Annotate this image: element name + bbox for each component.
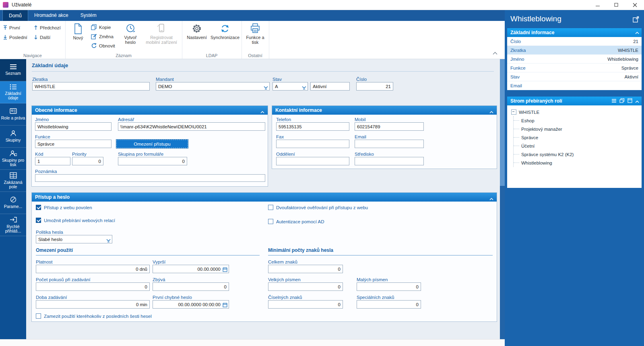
velkych-pismen-input[interactable] (268, 282, 343, 291)
tree-menu-button[interactable] (611, 99, 617, 104)
tree-item-projektovy-manazer[interactable]: Projektový manažer (514, 125, 642, 133)
maximize-button[interactable] (607, 0, 625, 10)
info-row-zkratka[interactable]: ZkratkaWHISTLE (507, 46, 642, 55)
scrollbar-thumb[interactable] (500, 59, 505, 186)
print-group-icon (10, 150, 17, 157)
next-button[interactable]: Další (34, 35, 50, 40)
specialnich-znaku-input[interactable] (357, 300, 421, 309)
doba-zadavani-input[interactable] (36, 300, 150, 309)
cascade-windows-button[interactable] (619, 98, 625, 104)
sidebar-item-parametry[interactable]: Parame... (0, 192, 26, 214)
malych-pismen-input[interactable] (357, 282, 421, 291)
tree-item-eshop[interactable]: Eshop (514, 116, 642, 125)
vertical-scrollbar[interactable] (500, 59, 505, 339)
pocet-pokusu-input[interactable] (36, 282, 150, 291)
pristup-collapse-button[interactable] (489, 196, 493, 202)
obecne-collapse-button[interactable] (260, 109, 264, 115)
platnost-input[interactable] (36, 265, 150, 273)
politika-hesla-dropdown-icon[interactable] (106, 237, 111, 244)
vyprsi-input[interactable] (153, 265, 229, 273)
sidebar-item-seznam[interactable]: Seznam (0, 59, 26, 81)
mandant-dropdown-icon[interactable] (264, 84, 268, 91)
info-row-funkce[interactable]: FunkceSprávce (507, 64, 642, 72)
tree-expander-icon[interactable] (511, 109, 516, 115)
strom-roli-collapse-button[interactable] (635, 99, 639, 104)
tab-domu[interactable]: Domů (2, 10, 28, 21)
register-mobile-button[interactable]: Registrovat mobilní zařízení (143, 23, 180, 45)
ldap-sync-button[interactable]: Synchronizace (210, 23, 240, 40)
cislo-input[interactable] (356, 82, 393, 91)
funkce-input[interactable] (35, 140, 111, 148)
mobil-input[interactable] (355, 122, 424, 131)
priority-input[interactable] (72, 157, 103, 165)
new-button[interactable]: Nový (68, 23, 88, 40)
prvni-chybne-label: První chybné heslo (153, 295, 192, 300)
close-button[interactable] (625, 0, 644, 10)
info-row-cislo[interactable]: Číslo21 (507, 37, 642, 46)
zkratka-input[interactable] (32, 82, 150, 91)
vyprsi-calendar-icon[interactable] (223, 266, 227, 274)
omezeni-pristupu-button[interactable]: Omezení přístupu (116, 140, 188, 148)
info-row-email[interactable]: Email (507, 81, 642, 90)
zakladni-informace-collapse-button[interactable] (635, 30, 639, 35)
oddeleni-input[interactable] (276, 157, 349, 165)
ciselnych-znaku-input[interactable] (268, 300, 343, 309)
prvni-chybne-input[interactable] (153, 300, 229, 309)
first-button[interactable]: První (3, 25, 20, 30)
sidebar-item-rychle-prihlaseni[interactable]: Rychlé přihláš... (0, 214, 26, 236)
tab-system[interactable]: Systém (74, 10, 103, 21)
maximize-icon (614, 3, 619, 7)
telefon-input[interactable] (276, 122, 349, 131)
stredisko-input[interactable] (355, 157, 424, 165)
info-row-jmeno[interactable]: JménoWhistleblowing (507, 55, 642, 64)
dock-window-button[interactable] (627, 98, 632, 104)
tree-children: Eshop Projektový manažer Správce Účetní … (513, 116, 642, 167)
tree-item-ucetni[interactable]: Účetní (514, 142, 642, 150)
tree-item-whistleblowing[interactable]: Whistleblowing (514, 159, 642, 167)
politika-hesla-input[interactable] (36, 235, 112, 243)
zamezit-hesla-checkbox[interactable] (36, 313, 41, 319)
stav-dropdown-icon[interactable] (302, 84, 306, 91)
dvoufaktorove-checkbox[interactable] (268, 205, 273, 210)
kontaktni-collapse-button[interactable] (489, 109, 493, 115)
adresar-input[interactable] (118, 122, 265, 131)
sidebar-item-zakladni-udaje[interactable]: Základní údaje (0, 81, 26, 103)
sidebar-item-skupiny-pro-tisk[interactable]: Skupiny pro tisk (0, 148, 26, 170)
fax-input[interactable] (276, 140, 349, 148)
email-input[interactable] (355, 140, 424, 148)
celkem-znaku-input[interactable] (268, 265, 343, 273)
functions-print-button[interactable]: Funkce a tisk (244, 23, 267, 45)
info-row-stav[interactable]: StavAktivní (507, 72, 642, 81)
close-icon (633, 3, 637, 7)
zbyva-input[interactable] (153, 282, 229, 291)
poznamka-input[interactable] (35, 174, 265, 182)
jmeno-input[interactable] (35, 122, 111, 131)
sidebar-item-skupiny[interactable]: Skupiny (0, 126, 26, 148)
new-label: Nový (73, 35, 83, 40)
tree-root-node[interactable]: WHISTLE (511, 108, 642, 116)
prvni-chybne-calendar-icon[interactable] (223, 302, 227, 309)
skupina-formulare-input[interactable] (118, 157, 187, 165)
tab-hromadne-akce[interactable]: Hromadné akce (28, 10, 74, 21)
tree-item-spravce-systemu-k2[interactable]: Správce systému K2 (K2) (514, 150, 642, 159)
tree-item-spravce[interactable]: Správce (514, 133, 642, 142)
kod-input[interactable] (35, 157, 70, 165)
collapse-ribbon-button[interactable] (493, 49, 497, 56)
minimize-button[interactable] (588, 0, 607, 10)
autentizace-ad-checkbox[interactable] (268, 219, 273, 224)
last-button[interactable]: Poslední (3, 35, 27, 40)
copy-button[interactable]: Kopie (91, 24, 111, 30)
change-button[interactable]: Změna (91, 33, 114, 39)
pristup-web-checkbox[interactable] (36, 205, 41, 210)
ldap-settings-button[interactable]: Nastavení (184, 23, 209, 40)
sidebar-item-zakazana-pole[interactable]: Zakázaná pole (0, 170, 26, 192)
previous-button[interactable]: Předchozí (34, 25, 61, 30)
prebirani-relaci-checkbox[interactable] (36, 218, 41, 223)
refresh-button[interactable]: Obnovit (91, 43, 115, 49)
mobil-label: Mobil (355, 117, 365, 122)
sidebar-item-role-a-prava[interactable]: Role a práva (0, 103, 26, 126)
open-in-window-button[interactable] (633, 16, 639, 24)
mandant-input[interactable] (156, 82, 270, 91)
create-password-button[interactable]: Vytvoř heslo (120, 23, 141, 45)
roles-tree: WHISTLE Eshop Projektový manažer Správce… (507, 105, 642, 188)
